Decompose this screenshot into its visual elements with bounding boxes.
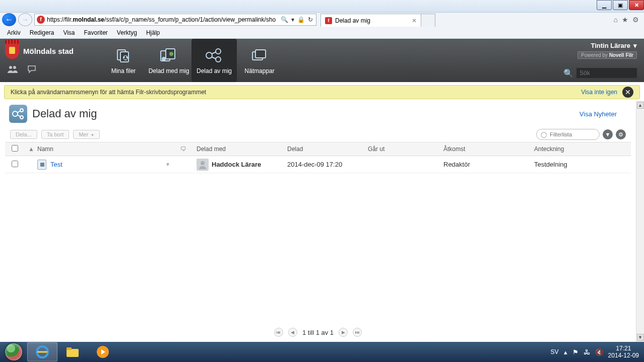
row-checkbox[interactable] — [12, 161, 18, 167]
tabort-button[interactable]: Ta bort — [41, 130, 70, 139]
search-dropdown-icon[interactable]: 🔍 — [281, 16, 288, 23]
task-media-player[interactable] — [88, 342, 118, 361]
back-button[interactable]: ← — [2, 13, 16, 26]
menu-redigera[interactable]: Redigera — [30, 29, 54, 36]
window-minimize-button[interactable]: ▁ — [597, 0, 612, 10]
svg-rect-21 — [67, 347, 72, 350]
powered-by: Powered by Novell Filr — [577, 51, 637, 59]
menu-hjalp[interactable]: Hjälp — [146, 29, 160, 36]
svg-point-9 — [169, 52, 173, 56]
filter-input-wrap[interactable]: ◯ — [536, 129, 600, 140]
refresh-icon[interactable]: ↻ — [308, 16, 313, 23]
svg-point-12 — [216, 57, 221, 62]
pager-last-button[interactable]: ⏭ — [353, 328, 362, 337]
task-explorer[interactable] — [57, 342, 88, 361]
tray-show-hidden-icon[interactable]: ▴ — [564, 348, 567, 356]
nav-delad-med-mig[interactable]: Delad med mig — [146, 39, 191, 82]
filter-input[interactable] — [550, 131, 595, 137]
svg-point-10 — [206, 52, 212, 58]
settings-button[interactable]: ⚙ — [616, 129, 626, 139]
notice-text: Klicka på användarnamnsmenyn för att häm… — [11, 89, 206, 96]
scroll-up-button[interactable]: ▲ — [637, 102, 644, 109]
start-button[interactable] — [0, 342, 27, 362]
nav-mina-filer[interactable]: Mina filer — [101, 39, 146, 82]
row-name-link[interactable]: Test — [50, 161, 62, 168]
col-anteckning[interactable]: Anteckning — [530, 146, 631, 153]
user-menu[interactable]: Tintin Lärare ▾ — [591, 42, 637, 49]
tools-icon[interactable]: ⚙ — [632, 16, 639, 24]
nav-label: Delad med mig — [149, 67, 189, 75]
nav-delad-av-mig[interactable]: Delad av mig — [191, 39, 237, 82]
col-delad[interactable]: Delad — [283, 146, 364, 153]
pager-prev-button[interactable]: ◀ — [288, 328, 297, 337]
row-menu-button[interactable]: ▼ — [165, 162, 170, 167]
col-atkomst[interactable]: Åtkomst — [439, 146, 530, 153]
mer-button[interactable]: Mer▼ — [73, 130, 100, 139]
window-close-button[interactable]: ✕ — [629, 0, 644, 10]
vertical-scrollbar[interactable]: ▲ ▼ — [636, 101, 644, 342]
tray-volume-icon[interactable]: 🔇 — [595, 348, 603, 356]
brand-label: Mölndals stad — [23, 47, 74, 55]
window-maximize-button[interactable]: ▣ — [613, 0, 628, 10]
tab-title: Delad av mig — [335, 17, 370, 24]
nav-label: Nätmappar — [244, 67, 274, 75]
pager-first-button[interactable]: ⏮ — [274, 328, 283, 337]
menu-arkiv[interactable]: Arkiv — [7, 29, 21, 36]
notice-close-button[interactable]: ✕ — [622, 87, 633, 98]
pager-next-button[interactable]: ▶ — [339, 328, 348, 337]
tray-lang[interactable]: SV — [551, 348, 559, 355]
tray-flag-icon[interactable]: ⚑ — [572, 348, 578, 356]
main-nav: Mina filer Delad med mig Delad av mig Nä… — [101, 39, 282, 82]
nav-natmappar[interactable]: Nätmappar — [237, 39, 282, 82]
new-tab-button[interactable] — [421, 14, 435, 27]
col-delad-med[interactable]: Delad med — [192, 146, 283, 153]
url-text: https://filr.molndal.se/ssf/a/c/p_name/s… — [47, 16, 278, 23]
menu-verktyg[interactable]: Verktyg — [117, 29, 137, 36]
brand[interactable]: Mölndals stad — [0, 39, 101, 61]
info-notice: Klicka på användarnamnsmenyn för att häm… — [4, 85, 640, 99]
tray-network-icon[interactable]: 🖧 — [584, 348, 590, 356]
net-folders-icon — [249, 46, 270, 64]
home-icon[interactable]: ⌂ — [614, 16, 618, 24]
table-row[interactable]: Test ▼ Haddock Lärare 2014-dec-09 17:20 … — [5, 156, 631, 173]
search-icon[interactable]: 🔍 — [563, 68, 573, 78]
menu-favoriter[interactable]: Favoriter — [84, 29, 108, 36]
tray-clock[interactable]: 17:21 2014-12-09 — [608, 345, 639, 359]
address-bar[interactable]: f https://filr.molndal.se/ssf/a/c/p_name… — [34, 14, 316, 26]
dela-button[interactable]: Dela... — [10, 130, 37, 139]
svg-point-0 — [9, 66, 12, 69]
chat-icon[interactable] — [26, 64, 39, 75]
my-files-icon — [113, 46, 134, 64]
app-header: Mölndals stad Mina filer Delad med mig — [0, 39, 644, 82]
favorites-icon[interactable]: ★ — [622, 16, 628, 24]
col-namn[interactable]: Namn — [33, 146, 174, 153]
col-gar-ut[interactable]: Går ut — [364, 146, 439, 153]
menu-visa[interactable]: Visa — [63, 29, 75, 36]
start-orb-icon — [5, 343, 22, 360]
svg-point-8 — [162, 57, 166, 61]
notice-dismiss-link[interactable]: Visa inte igen — [581, 89, 617, 96]
people-icon[interactable] — [6, 64, 19, 75]
search-input[interactable] — [576, 68, 637, 78]
task-ie[interactable] — [27, 342, 57, 361]
row-date: 2014-dec-09 17:20 — [283, 161, 364, 168]
browser-tab[interactable]: f Delad av mig ✕ — [320, 14, 421, 27]
favicon-icon: f — [325, 17, 332, 24]
svg-rect-20 — [67, 349, 79, 357]
col-comments-icon[interactable]: 🗨 — [174, 146, 192, 153]
lock-icon[interactable]: 🔒 — [297, 16, 305, 23]
toolbar: Dela... Ta bort Mer▼ ◯ ▼ ⚙ — [5, 127, 631, 142]
select-all-checkbox[interactable] — [12, 145, 18, 152]
tab-close-button[interactable]: ✕ — [412, 17, 417, 24]
row-note: Testdelning — [530, 161, 631, 168]
visa-nyheter-link[interactable]: Visa Nyheter — [579, 110, 627, 118]
svg-point-15 — [13, 111, 18, 116]
svg-rect-14 — [255, 50, 266, 58]
window-titlebar: ▁ ▣ ✕ — [0, 0, 644, 13]
filter-dropdown-button[interactable]: ▼ — [603, 129, 613, 139]
scroll-down-button[interactable]: ▼ — [637, 334, 644, 341]
forward-button[interactable]: → — [18, 13, 32, 26]
sort-indicator-icon[interactable]: ▲ — [24, 146, 33, 153]
row-shared-with: Haddock Lärare — [212, 161, 261, 168]
svg-point-18 — [201, 161, 205, 165]
